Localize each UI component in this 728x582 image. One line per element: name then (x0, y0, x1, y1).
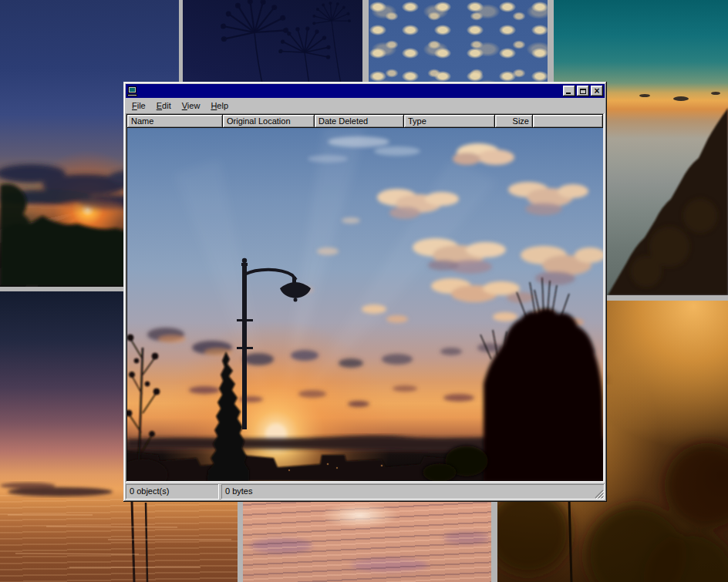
resize-grip-icon[interactable] (595, 489, 604, 499)
column-header-filler[interactable] (533, 115, 603, 128)
column-header-original-location[interactable]: Original Location (223, 115, 315, 128)
column-header-row: Name Original Location Date Deleted Type… (127, 115, 603, 128)
column-header-name[interactable]: Name (127, 115, 223, 128)
recycle-bin-window: × File Edit View Help Name Original Loca… (123, 82, 607, 502)
menu-bar: File Edit View Help (126, 98, 605, 113)
column-header-size[interactable]: Size (495, 115, 533, 128)
folder-content-area[interactable] (127, 128, 603, 481)
minimize-button[interactable] (563, 86, 575, 96)
close-button[interactable]: × (591, 86, 603, 96)
minimize-icon (566, 93, 571, 94)
menu-file[interactable]: File (126, 99, 151, 112)
column-header-date-deleted[interactable]: Date Deleted (315, 115, 404, 128)
close-icon: × (594, 87, 599, 95)
maximize-icon (580, 89, 586, 94)
computer-monitor-icon (127, 86, 138, 96)
status-byte-count: 0 bytes (221, 484, 605, 500)
menu-view[interactable]: View (177, 99, 206, 112)
title-bar[interactable]: × (126, 84, 605, 98)
status-object-count: 0 object(s) (126, 484, 219, 500)
menu-help[interactable]: Help (205, 99, 234, 112)
status-bar: 0 object(s) 0 bytes (126, 484, 605, 500)
maximize-button[interactable] (577, 86, 589, 96)
list-view: Name Original Location Date Deleted Type… (126, 113, 605, 483)
menu-edit[interactable]: Edit (151, 99, 177, 112)
sunset-lamp-photo (127, 128, 603, 481)
column-header-type[interactable]: Type (404, 115, 495, 128)
